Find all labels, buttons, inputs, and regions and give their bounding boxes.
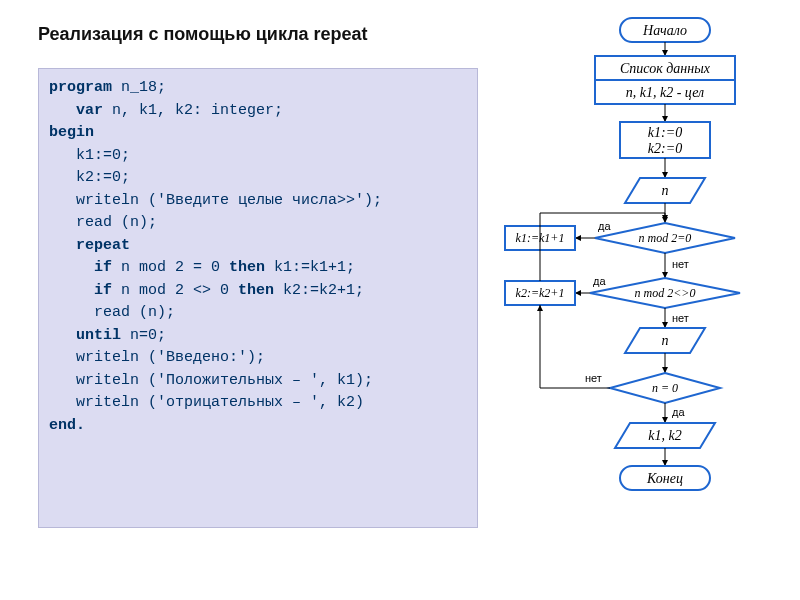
label-act2: k2:=k2+1 [516,286,565,300]
flowchart: Начало Список данных n, k1, k2 - цел k1:… [490,8,800,588]
kw-if: if [49,259,112,276]
label-no2: нет [672,312,689,324]
label-no3: нет [585,372,602,384]
label-cond3: n = 0 [652,381,678,395]
label-vars: n, k1, k2 - цел [626,85,704,100]
label-read-n2: n [662,333,669,348]
label-read-n: n [662,183,669,198]
label-start: Начало [642,23,687,38]
label-init2: k2:=0 [648,141,682,156]
kw-then: then [238,282,274,299]
kw-begin: begin [49,124,94,141]
label-datalist: Список данных [620,61,711,76]
kw-until: until [49,327,121,344]
code-block: program n_18; var n, k1, k2: integer; be… [38,68,478,528]
label-init1: k1:=0 [648,125,682,140]
kw-then: then [229,259,265,276]
label-yes3: да [672,406,685,418]
label-yes2: да [593,275,606,287]
label-no1: нет [672,258,689,270]
label-cond1: n mod 2=0 [639,231,692,245]
kw-var: var [49,102,103,119]
label-cond2: n mod 2<>0 [635,286,696,300]
label-out: k1, k2 [648,428,681,443]
label-yes1: да [598,220,611,232]
page-title: Реализация с помощью цикла repeat [38,24,418,46]
label-end: Конец [646,471,683,486]
kw-program: program [49,79,112,96]
kw-end: end. [49,417,85,434]
kw-if: if [49,282,112,299]
kw-repeat: repeat [49,237,130,254]
